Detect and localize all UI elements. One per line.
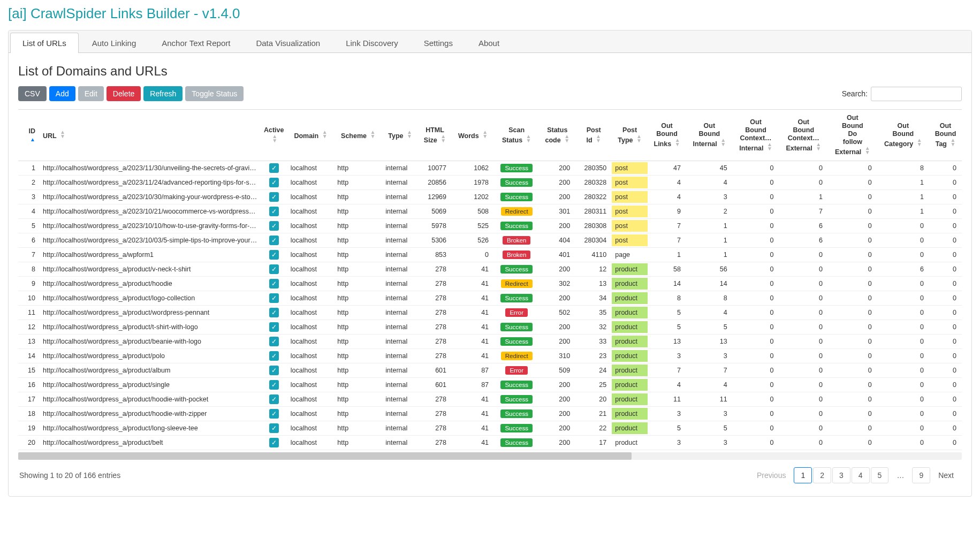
cell-active[interactable]: ✓ (261, 407, 287, 421)
tab-link-discovery[interactable]: Link Discovery (333, 33, 411, 53)
checkbox-icon[interactable]: ✓ (269, 308, 279, 317)
cell-active[interactable]: ✓ (261, 392, 287, 407)
col-header[interactable]: OutBoundTag ▲▼ (929, 110, 962, 161)
cell-active[interactable]: ✓ (261, 335, 287, 349)
search-input[interactable] (871, 87, 962, 101)
pager-page[interactable]: 3 (832, 467, 850, 483)
cell-active[interactable]: ✓ (261, 291, 287, 306)
add-button[interactable]: Add (49, 86, 75, 101)
table-row[interactable]: 14http://localhost/wordpress_a/product/p… (18, 349, 962, 363)
pager-previous[interactable]: Previous (750, 467, 793, 483)
checkbox-icon[interactable]: ✓ (269, 250, 279, 260)
table-row[interactable]: 15http://localhost/wordpress_a/product/a… (18, 363, 962, 378)
horizontal-scrollbar[interactable] (18, 452, 962, 460)
cell-active[interactable]: ✓ (261, 378, 287, 392)
cell-active[interactable]: ✓ (261, 190, 287, 204)
col-header[interactable]: ID ▲ (18, 110, 40, 161)
table-row[interactable]: 18http://localhost/wordpress_a/product/h… (18, 407, 962, 421)
col-header[interactable]: OutBoundCategory ▲▼ (877, 110, 929, 161)
table-row[interactable]: 12http://localhost/wordpress_a/product/t… (18, 320, 962, 335)
col-header[interactable]: OutBoundInternal ▲▼ (686, 110, 733, 161)
checkbox-icon[interactable]: ✓ (269, 438, 279, 447)
cell-active[interactable]: ✓ (261, 306, 287, 320)
col-header[interactable]: Active ▲▼ (261, 110, 287, 161)
pager-page[interactable]: 9 (912, 467, 930, 483)
toggle-status-button[interactable]: Toggle Status (185, 86, 244, 101)
checkbox-icon[interactable]: ✓ (269, 163, 279, 173)
refresh-button[interactable]: Refresh (143, 86, 183, 101)
col-header[interactable]: OutBoundDofollowExternal ▲▼ (828, 110, 877, 161)
cell-active[interactable]: ✓ (261, 349, 287, 363)
cell-active[interactable]: ✓ (261, 363, 287, 378)
cell-active[interactable]: ✓ (261, 421, 287, 436)
col-header[interactable]: Scheme ▲▼ (334, 110, 382, 161)
checkbox-icon[interactable]: ✓ (269, 351, 279, 361)
edit-button[interactable]: Edit (78, 86, 104, 101)
checkbox-icon[interactable]: ✓ (269, 279, 279, 289)
table-row[interactable]: 3http://localhost/wordpress_a/2023/10/30… (18, 190, 962, 204)
col-header[interactable]: Statuscode ▲▼ (539, 110, 575, 161)
checkbox-icon[interactable]: ✓ (269, 207, 279, 216)
table-row[interactable]: 11http://localhost/wordpress_a/product/w… (18, 306, 962, 320)
table-row[interactable]: 5http://localhost/wordpress_a/2023/10/10… (18, 219, 962, 233)
checkbox-icon[interactable]: ✓ (269, 394, 279, 404)
table-row[interactable]: 4http://localhost/wordpress_a/2023/10/21… (18, 204, 962, 219)
checkbox-icon[interactable]: ✓ (269, 264, 279, 274)
table-row[interactable]: 7http://localhost/wordpress_a/wpform1✓lo… (18, 248, 962, 262)
tab-list-of-urls[interactable]: List of URLs (10, 33, 79, 53)
checkbox-icon[interactable]: ✓ (269, 366, 279, 375)
checkbox-icon[interactable]: ✓ (269, 293, 279, 303)
table-row[interactable]: 16http://localhost/wordpress_a/product/s… (18, 378, 962, 392)
table-row[interactable]: 17http://localhost/wordpress_a/product/h… (18, 392, 962, 407)
checkbox-icon[interactable]: ✓ (269, 409, 279, 419)
tab-auto-linking[interactable]: Auto Linking (80, 33, 149, 53)
cell-active[interactable]: ✓ (261, 248, 287, 262)
cell-active[interactable]: ✓ (261, 176, 287, 190)
pager-next[interactable]: Next (931, 467, 961, 483)
checkbox-icon[interactable]: ✓ (269, 322, 279, 332)
pager-page[interactable]: 4 (852, 467, 870, 483)
col-header[interactable]: HTMLSize ▲▼ (418, 110, 452, 161)
table-row[interactable]: 1http://localhost/wordpress_a/2023/11/30… (18, 161, 962, 176)
cell-active[interactable]: ✓ (261, 320, 287, 335)
pager-page[interactable]: 5 (871, 467, 889, 483)
col-header[interactable]: PostType ▲▼ (612, 110, 648, 161)
scrollbar-thumb[interactable] (18, 452, 632, 460)
col-header[interactable]: ScanStatus ▲▼ (494, 110, 539, 161)
delete-button[interactable]: Delete (107, 86, 141, 101)
cell-active[interactable]: ✓ (261, 161, 287, 176)
tab-data-visualization[interactable]: Data Visualization (244, 33, 332, 53)
col-header[interactable]: Type ▲▼ (382, 110, 418, 161)
cell-active[interactable]: ✓ (261, 219, 287, 233)
csv-button[interactable]: CSV (18, 86, 47, 101)
col-header[interactable]: OutBoundContext…External ▲▼ (779, 110, 828, 161)
table-row[interactable]: 13http://localhost/wordpress_a/product/b… (18, 335, 962, 349)
cell-active[interactable]: ✓ (261, 204, 287, 219)
checkbox-icon[interactable]: ✓ (269, 423, 279, 433)
cell-active[interactable]: ✓ (261, 436, 287, 450)
checkbox-icon[interactable]: ✓ (269, 380, 279, 390)
col-header[interactable]: OutBoundLinks ▲▼ (648, 110, 686, 161)
table-row[interactable]: 20http://localhost/wordpress_a/product/b… (18, 436, 962, 450)
cell-active[interactable]: ✓ (261, 233, 287, 248)
checkbox-icon[interactable]: ✓ (269, 337, 279, 346)
col-header[interactable]: PostId ▲▼ (575, 110, 612, 161)
col-header[interactable]: Words ▲▼ (452, 110, 494, 161)
col-header[interactable]: Domain ▲▼ (287, 110, 335, 161)
col-header[interactable]: URL ▲▼ (40, 110, 261, 161)
checkbox-icon[interactable]: ✓ (269, 221, 279, 231)
cell-active[interactable]: ✓ (261, 277, 287, 291)
table-row[interactable]: 19http://localhost/wordpress_a/product/l… (18, 421, 962, 436)
table-row[interactable]: 2http://localhost/wordpress_a/2023/11/24… (18, 176, 962, 190)
checkbox-icon[interactable]: ✓ (269, 236, 279, 245)
checkbox-icon[interactable]: ✓ (269, 192, 279, 202)
tab-about[interactable]: About (466, 33, 512, 53)
table-row[interactable]: 9http://localhost/wordpress_a/product/ho… (18, 277, 962, 291)
pager-page[interactable]: 2 (813, 467, 831, 483)
tab-settings[interactable]: Settings (412, 33, 465, 53)
pager-page[interactable]: 1 (794, 467, 812, 483)
col-header[interactable]: OutBoundContext…Internal ▲▼ (733, 110, 779, 161)
cell-active[interactable]: ✓ (261, 262, 287, 277)
tab-anchor-text-report[interactable]: Anchor Text Report (149, 33, 242, 53)
table-row[interactable]: 6http://localhost/wordpress_a/2023/10/03… (18, 233, 962, 248)
